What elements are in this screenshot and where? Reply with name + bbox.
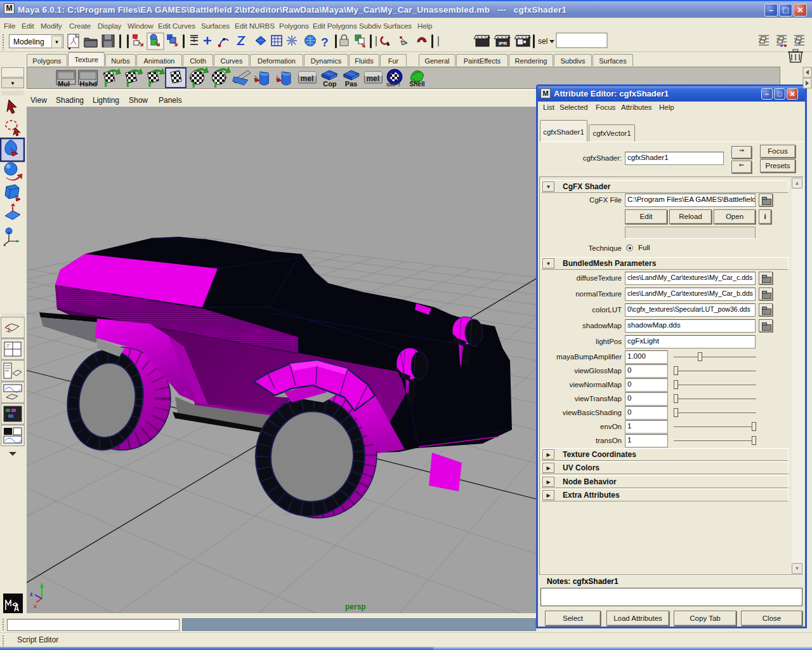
svg-text:IPR: IPR bbox=[499, 41, 508, 46]
svg-text:z: z bbox=[30, 591, 33, 597]
svg-text:Mul: Mul bbox=[58, 80, 70, 88]
svg-text:?: ? bbox=[321, 36, 329, 49]
svg-text:SMP?: SMP? bbox=[386, 82, 400, 88]
svg-text:mel: mel bbox=[366, 74, 379, 83]
svg-text:sel: sel bbox=[538, 37, 547, 46]
svg-text:Cop: Cop bbox=[323, 80, 337, 88]
svg-text:x: x bbox=[34, 603, 37, 609]
svg-text:persp: persp bbox=[345, 602, 366, 611]
svg-text:Hshd: Hshd bbox=[80, 80, 98, 88]
svg-text:mel: mel bbox=[301, 74, 314, 83]
svg-text:Pas: Pas bbox=[345, 80, 358, 88]
svg-text:Shell: Shell bbox=[410, 81, 425, 88]
